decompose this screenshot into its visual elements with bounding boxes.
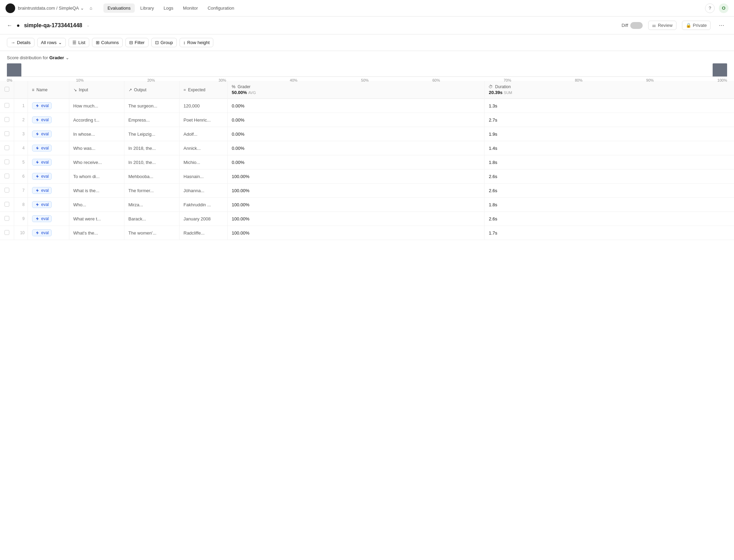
sub-header: ← ● simple-qa-1733441448 ⌄ Diff ⚌ Review…: [0, 17, 734, 34]
tab-monitor[interactable]: Monitor: [179, 3, 202, 13]
private-button[interactable]: 🔒 Private: [682, 21, 711, 30]
eval-badge[interactable]: eval: [32, 131, 52, 137]
row-expected: 120,000: [179, 99, 227, 113]
table-row[interactable]: 1 eval How much... The surgeon... 120,00…: [0, 99, 734, 113]
row-name: eval: [28, 141, 69, 155]
tab-logs[interactable]: Logs: [160, 3, 177, 13]
select-all-checkbox[interactable]: [4, 87, 9, 92]
help-button[interactable]: ?: [705, 3, 715, 13]
eval-badge[interactable]: eval: [32, 229, 52, 236]
back-button[interactable]: ←: [7, 22, 12, 29]
row-checkbox[interactable]: [4, 145, 9, 150]
eval-badge[interactable]: eval: [32, 201, 52, 208]
table-row[interactable]: 7 eval What is the... The former... Jóha…: [0, 184, 734, 198]
row-checkbox-cell: [0, 198, 14, 212]
row-checkbox[interactable]: [4, 174, 9, 178]
table-row[interactable]: 9 eval What were t... Barack... January …: [0, 212, 734, 226]
grader-name: Grader: [49, 55, 64, 60]
breadcrumb: braintrustdata.com / SimpleQA ⌄: [18, 6, 84, 11]
toolbar: → Details All rows ⌄ ☰ List ⊞ Columns ⊟ …: [0, 34, 734, 51]
row-checkbox[interactable]: [4, 188, 9, 193]
row-checkbox-cell: [0, 226, 14, 240]
group-button[interactable]: ⊡ Group: [151, 38, 177, 47]
row-expected: Fakhruddin ...: [179, 198, 227, 212]
row-name: eval: [28, 127, 69, 141]
row-checkbox-cell: [0, 155, 14, 169]
table-row[interactable]: 10 eval What's the... The women'... Radc…: [0, 226, 734, 240]
row-output: Mehbooba...: [124, 169, 179, 184]
row-checkbox[interactable]: [4, 159, 9, 164]
row-output: In 2018, the...: [124, 141, 179, 155]
row-output: Mirza...: [124, 198, 179, 212]
eval-badge[interactable]: eval: [32, 116, 52, 123]
row-duration: 2.6s: [485, 184, 734, 198]
header-expected: = Expected: [179, 81, 227, 99]
table-row[interactable]: 6 eval To whom di... Mehbooba... Hasnain…: [0, 169, 734, 184]
row-grader: 100.00%: [227, 184, 485, 198]
x-label-80: 80%: [575, 78, 582, 82]
columns-icon: ⊞: [96, 40, 100, 45]
row-output: Empress...: [124, 113, 179, 127]
row-number: 2: [14, 113, 28, 127]
row-number: 3: [14, 127, 28, 141]
row-name: eval: [28, 113, 69, 127]
row-checkbox[interactable]: [4, 131, 9, 136]
list-label: List: [78, 40, 85, 45]
table-row[interactable]: 8 eval Who... Mirza... Fakhruddin ... 10…: [0, 198, 734, 212]
grader-stat: 50.00% AVG: [232, 90, 480, 95]
table-row[interactable]: 3 eval In whose... The Leipzig... Adolf.…: [0, 127, 734, 141]
diff-toggle[interactable]: Diff: [622, 22, 643, 29]
more-menu-button[interactable]: ⋯: [716, 21, 727, 30]
row-checkbox[interactable]: [4, 216, 9, 221]
row-checkbox[interactable]: [4, 117, 9, 122]
row-input: What is the...: [69, 184, 124, 198]
eval-badge[interactable]: eval: [32, 159, 52, 166]
row-number: 9: [14, 212, 28, 226]
eval-badge[interactable]: eval: [32, 145, 52, 152]
row-checkbox[interactable]: [4, 202, 9, 207]
chart-bar-0pct: [7, 63, 21, 76]
details-button[interactable]: → Details: [7, 38, 34, 47]
filter-button[interactable]: ⊟ Filter: [125, 38, 149, 47]
duration-stat: 20.39s SUM: [489, 90, 730, 95]
x-label-70: 70%: [503, 78, 511, 82]
eval-badge[interactable]: eval: [32, 187, 52, 194]
row-output: In 2010, the...: [124, 155, 179, 169]
tab-evaluations[interactable]: Evaluations: [103, 3, 135, 13]
row-checkbox[interactable]: [4, 230, 9, 235]
list-button[interactable]: ☰ List: [69, 38, 89, 47]
eval-title: simple-qa-1733441448: [24, 22, 82, 29]
row-name: eval: [28, 212, 69, 226]
dist-dropdown-arrow[interactable]: ⌄: [65, 55, 69, 60]
row-output: The surgeon...: [124, 99, 179, 113]
x-label-30: 30%: [218, 78, 226, 82]
tab-library[interactable]: Library: [136, 3, 158, 13]
eval-bolt-icon: [35, 202, 40, 207]
eval-badge[interactable]: eval: [32, 102, 52, 109]
row-output: The women'...: [124, 226, 179, 240]
row-checkbox[interactable]: [4, 103, 9, 108]
eval-bolt-icon: [35, 132, 40, 136]
review-button[interactable]: ⚌ Review: [648, 21, 676, 30]
diff-toggle-track[interactable]: [630, 22, 643, 29]
row-height-button[interactable]: ↕ Row height: [180, 38, 214, 47]
tab-configuration[interactable]: Configuration: [203, 3, 238, 13]
row-duration: 1.7s: [485, 226, 734, 240]
eval-badge[interactable]: eval: [32, 173, 52, 180]
home-button[interactable]: ⌂: [87, 4, 95, 12]
row-expected: January 2008: [179, 212, 227, 226]
eval-badge[interactable]: eval: [32, 215, 52, 222]
row-output: The Leipzig...: [124, 127, 179, 141]
table-row[interactable]: 2 eval According t... Empress... Poet He…: [0, 113, 734, 127]
table-row[interactable]: 5 eval Who receive... In 2010, the... Mi…: [0, 155, 734, 169]
columns-button[interactable]: ⊞ Columns: [92, 38, 123, 47]
breadcrumb-text: braintrustdata.com / SimpleQA: [18, 6, 79, 11]
row-input: What were t...: [69, 212, 124, 226]
row-duration: 2.7s: [485, 113, 734, 127]
row-input: To whom di...: [69, 169, 124, 184]
user-avatar[interactable]: O: [719, 3, 728, 13]
grader-icon: %: [232, 84, 236, 89]
title-dropdown[interactable]: ⌄: [86, 23, 90, 28]
table-row[interactable]: 4 eval Who was... In 2018, the... Annick…: [0, 141, 734, 155]
all-rows-button[interactable]: All rows ⌄: [37, 38, 66, 47]
